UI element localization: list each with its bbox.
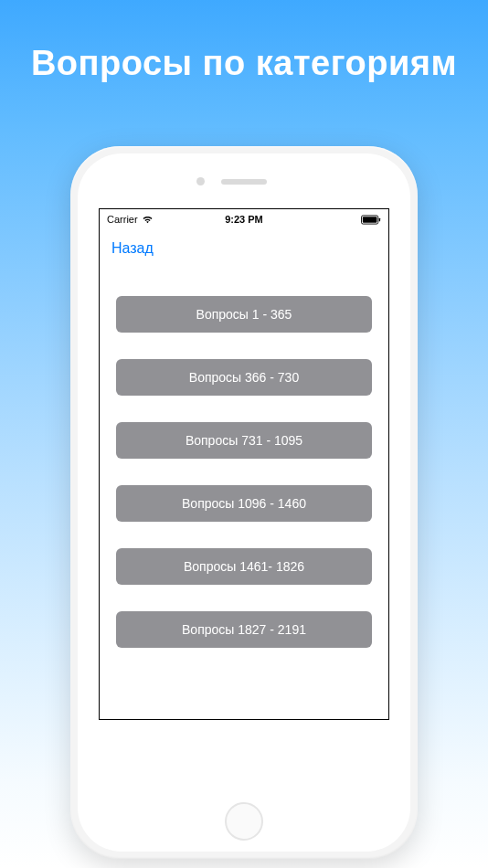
phone-frame: Carrier 9:23 PM xyxy=(70,146,418,859)
wifi-icon xyxy=(142,215,154,224)
phone-screen: Carrier 9:23 PM xyxy=(99,208,389,720)
category-button-2[interactable]: Вопросы 366 - 730 xyxy=(116,359,372,396)
phone-inner: Carrier 9:23 PM xyxy=(78,153,410,852)
status-right xyxy=(361,215,381,225)
home-button-icon xyxy=(225,802,263,841)
category-button-4[interactable]: Вопросы 1096 - 1460 xyxy=(116,485,372,522)
back-button[interactable]: Назад xyxy=(111,240,154,256)
svg-rect-2 xyxy=(379,217,380,221)
navigation-bar: Назад xyxy=(100,228,388,264)
status-time: 9:23 PM xyxy=(225,214,263,225)
battery-icon xyxy=(361,215,381,225)
status-left: Carrier xyxy=(107,214,154,225)
category-button-5[interactable]: Вопросы 1461- 1826 xyxy=(116,548,372,585)
svg-rect-1 xyxy=(363,217,377,222)
status-bar: Carrier 9:23 PM xyxy=(100,209,388,228)
carrier-label: Carrier xyxy=(107,214,138,225)
page-title: Вопросы по категориям xyxy=(0,0,488,83)
category-list: Вопросы 1 - 365 Вопросы 366 - 730 Вопрос… xyxy=(100,264,388,657)
phone-camera-icon xyxy=(196,177,205,185)
category-button-1[interactable]: Вопросы 1 - 365 xyxy=(116,296,372,333)
category-button-3[interactable]: Вопросы 731 - 1095 xyxy=(116,422,372,459)
phone-speaker-icon xyxy=(221,179,267,185)
category-button-6[interactable]: Вопросы 1827 - 2191 xyxy=(116,611,372,648)
